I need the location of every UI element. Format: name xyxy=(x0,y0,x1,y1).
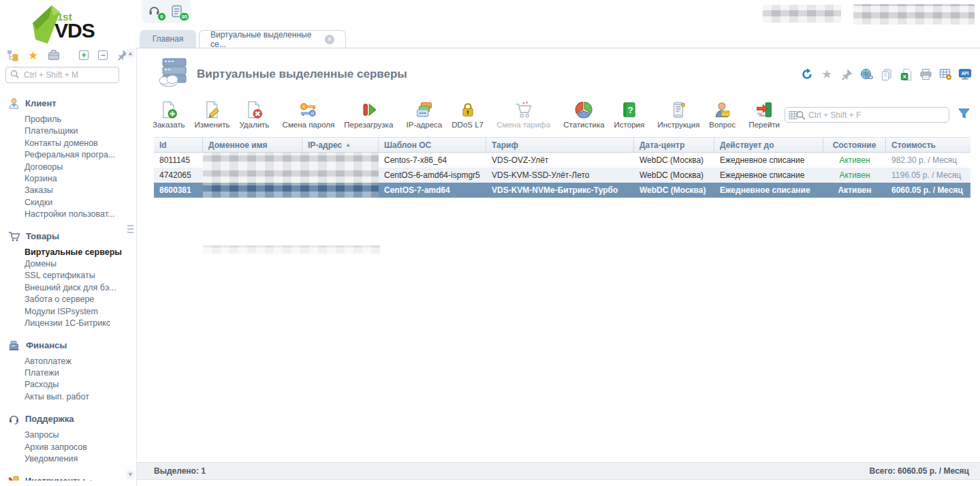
table-row[interactable]: 8011145 Centos-7-x86_64 VDS-OVZ-Улёт Web… xyxy=(154,153,970,168)
question-icon xyxy=(713,99,732,119)
instruction-button[interactable]: Инструкция xyxy=(652,97,704,130)
copy-icon[interactable] xyxy=(879,67,893,81)
question-button[interactable]: Вопрос xyxy=(704,97,740,130)
column-header-status[interactable]: Состояние xyxy=(823,138,886,152)
menu-section-label: Клиент xyxy=(25,98,57,108)
menu-scroll-up-icon[interactable]: ▲ xyxy=(126,49,135,58)
edit-button[interactable]: Изменить xyxy=(190,97,235,130)
sidebar-item-ispsystem-modules[interactable]: Модули ISPsystem xyxy=(25,306,125,318)
tab-close-icon[interactable]: ✕ xyxy=(325,35,334,44)
column-header-domain[interactable]: Доменное имя xyxy=(203,138,302,152)
restart-button[interactable]: Перезагрузка xyxy=(339,97,398,130)
splitter-grip[interactable] xyxy=(127,225,133,233)
cell-id: 4742065 xyxy=(154,170,203,180)
go-button[interactable]: Перейти xyxy=(744,97,785,130)
sidebar-item-profile[interactable]: Профиль xyxy=(25,114,125,125)
edit-icon xyxy=(203,99,222,119)
messages-button[interactable]: 30 xyxy=(171,5,185,18)
sidebar-item-contracts[interactable]: Договоры xyxy=(25,162,125,173)
sidebar-item-domain-contacts[interactable]: Контакты доменов xyxy=(25,138,125,149)
sidebar-item-payments[interactable]: Платежи xyxy=(25,367,125,379)
menu-search-input[interactable] xyxy=(5,67,119,83)
go-icon xyxy=(755,99,773,119)
statistics-icon xyxy=(574,99,593,119)
sidebar-item-cart[interactable]: Корзина xyxy=(25,173,125,185)
sidebar-item-virtual-servers[interactable]: Виртуальные серверы xyxy=(25,247,125,258)
tab-home[interactable]: Главная xyxy=(140,30,196,48)
collapse-all-icon[interactable]: − xyxy=(98,49,108,61)
menu-section-finance-header[interactable]: Финансы xyxy=(0,340,125,351)
sidebar-item-bitrix-licenses[interactable]: Лицензии 1С-Битрикс xyxy=(25,318,125,329)
filter-funnel-icon[interactable] xyxy=(958,107,970,123)
statistics-button[interactable]: Статистика xyxy=(558,97,609,130)
menu-section-label: Финансы xyxy=(26,340,67,350)
delete-button[interactable]: Удалить xyxy=(234,97,274,130)
tree-icon[interactable] xyxy=(7,49,18,61)
sidebar-item-ticket-archive[interactable]: Архив запросов xyxy=(25,442,125,453)
sidebar-item-user-settings[interactable]: Настройки пользоват... xyxy=(25,209,125,220)
messages-badge: 30 xyxy=(179,12,189,21)
menu-section-client-header[interactable]: Клиент xyxy=(0,97,125,109)
app-logo: 1st VDS xyxy=(0,3,125,45)
cell-cost: 6060.05 р. / Месяц xyxy=(886,185,970,195)
column-header-valid-until[interactable]: Действует до xyxy=(714,138,823,152)
refresh-icon[interactable] xyxy=(800,67,814,81)
ddos-lock-icon xyxy=(459,99,477,119)
sidebar-item-orders[interactable]: Заказы xyxy=(25,185,125,196)
sidebar-item-backup-disk[interactable]: Внешний диск для бэ... xyxy=(25,282,125,294)
change-tariff-button[interactable]: Смена тарифа xyxy=(492,97,555,130)
cell-tariff: VDS-KVM-NVMe-Битрикс-Турбо xyxy=(486,185,634,195)
api-icon[interactable]: API xyxy=(958,67,972,81)
cell-id: 8011145 xyxy=(154,155,203,165)
sidebar-item-tickets[interactable]: Запросы xyxy=(25,429,125,441)
table-filter-input[interactable] xyxy=(785,107,949,123)
archive-icon[interactable] xyxy=(48,49,60,61)
menu-section-label: Товары xyxy=(26,231,59,241)
sort-asc-icon: ▲ xyxy=(345,142,351,148)
menu-section-label: Инструменты xyxy=(25,476,85,481)
history-button[interactable]: ? История xyxy=(610,97,650,130)
menu-section-support-header[interactable]: Поддержка xyxy=(0,413,125,425)
column-header-ip[interactable]: IP-адрес▲ xyxy=(302,138,379,152)
sidebar-item-discounts[interactable]: Скидки xyxy=(25,197,125,209)
support-notifications-button[interactable]: 0 xyxy=(148,5,161,18)
topbar: 0 30 xyxy=(136,0,980,30)
share-link-icon[interactable] xyxy=(859,67,873,81)
column-header-tariff[interactable]: Тариф xyxy=(486,138,634,152)
column-header-datacenter[interactable]: Дата-центр xyxy=(634,138,714,152)
ddos-l7-button[interactable]: DDoS L7 xyxy=(447,97,488,130)
menu-section-goods-header[interactable]: Товары xyxy=(0,231,125,242)
sidebar-item-ssl[interactable]: SSL сертификаты xyxy=(25,270,125,282)
excel-export-icon[interactable]: X xyxy=(899,67,913,81)
sidebar-item-domains[interactable]: Домены xyxy=(25,258,125,270)
tab-label: Виртуальные выделенные се... xyxy=(210,30,319,49)
table-row[interactable]: 4742065 CentOS-6-amd64-ispmgr5 VDS-KVM-S… xyxy=(154,168,970,183)
table-row-selected[interactable]: 8600381 CentOS-7-amd64 VDS-KVM-NVMe-Битр… xyxy=(154,183,970,198)
sidebar-item-notifications[interactable]: Уведомления xyxy=(25,453,125,465)
sidebar-item-expenses[interactable]: Расходы xyxy=(25,379,125,391)
change-password-button[interactable]: Смена пароля xyxy=(278,97,340,130)
expand-all-icon[interactable]: + xyxy=(79,49,89,61)
sidebar-item-server-care[interactable]: Забота о сервере xyxy=(25,294,125,305)
column-header-id[interactable]: Id xyxy=(154,138,203,152)
favorites-star-icon[interactable]: ★ xyxy=(28,49,38,61)
order-button[interactable]: Заказать xyxy=(148,97,190,130)
sidebar-item-autopayment[interactable]: Автоплатеж xyxy=(25,356,125,367)
sidebar-item-work-acts[interactable]: Акты вып. работ xyxy=(25,391,125,403)
menu-section-tools-header[interactable]: Инструменты ▸ xyxy=(0,475,125,481)
pin-icon[interactable] xyxy=(840,67,853,81)
sidebar-item-referral[interactable]: Реферальная програ... xyxy=(25,149,125,161)
column-header-os[interactable]: Шаблон ОС xyxy=(379,138,486,152)
content-panel: Виртуальные выделенные серверы ★ X xyxy=(136,48,980,486)
tab-virtual-servers[interactable]: Виртуальные выделенные се... ✕ xyxy=(199,30,346,48)
servers-table: Id Доменное имя IP-адрес▲ Шаблон ОС Тари… xyxy=(154,137,970,198)
table-settings-icon[interactable] xyxy=(938,67,952,81)
client-icon xyxy=(8,97,20,109)
ip-addresses-button[interactable]: IP-адреса xyxy=(402,97,447,130)
sidebar-item-payers[interactable]: Плательщики xyxy=(25,125,125,137)
print-icon[interactable] xyxy=(919,67,932,81)
tab-bar: Главная Виртуальные выделенные се... ✕ xyxy=(136,30,980,48)
column-header-cost[interactable]: Стоимость xyxy=(886,138,970,152)
star-icon[interactable]: ★ xyxy=(820,67,834,81)
menu-scroll-down-icon[interactable]: ▼ xyxy=(126,470,135,479)
